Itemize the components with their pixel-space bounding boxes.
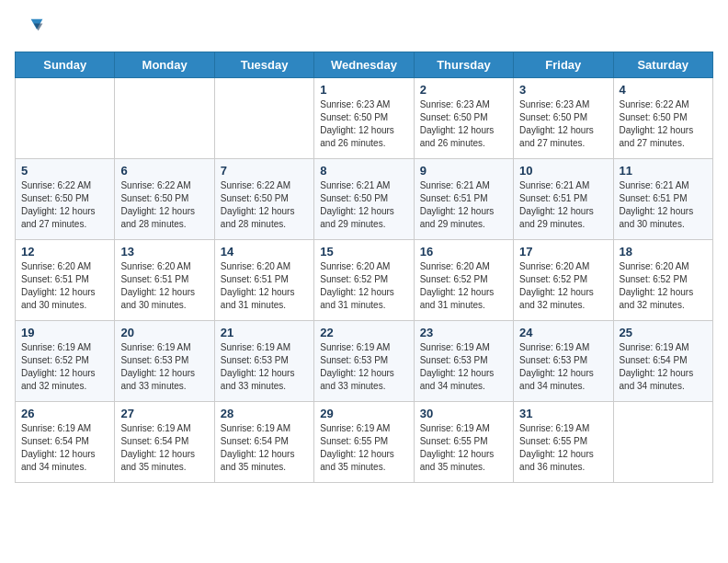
day-number: 9	[420, 164, 507, 178]
calendar-week-3: 12Sunrise: 6:20 AM Sunset: 6:51 PM Dayli…	[16, 240, 713, 321]
day-info: Sunrise: 6:21 AM Sunset: 6:51 PM Dayligh…	[519, 179, 607, 231]
day-info: Sunrise: 6:22 AM Sunset: 6:50 PM Dayligh…	[120, 179, 208, 231]
day-number: 22	[320, 326, 407, 339]
calendar-cell: 19Sunrise: 6:19 AM Sunset: 6:52 PM Dayli…	[16, 321, 115, 402]
day-info: Sunrise: 6:20 AM Sunset: 6:52 PM Dayligh…	[519, 260, 607, 312]
day-info: Sunrise: 6:20 AM Sunset: 6:52 PM Dayligh…	[620, 260, 707, 312]
day-info: Sunrise: 6:20 AM Sunset: 6:52 PM Dayligh…	[320, 260, 407, 312]
day-number: 8	[320, 164, 407, 178]
calendar-cell	[16, 78, 115, 159]
calendar-cell: 29Sunrise: 6:19 AM Sunset: 6:55 PM Dayli…	[314, 402, 414, 483]
calendar-cell: 3Sunrise: 6:23 AM Sunset: 6:50 PM Daylig…	[514, 78, 613, 159]
calendar-cell: 18Sunrise: 6:20 AM Sunset: 6:52 PM Dayli…	[613, 240, 712, 321]
calendar-cell: 23Sunrise: 6:19 AM Sunset: 6:53 PM Dayli…	[414, 321, 513, 402]
calendar-cell: 24Sunrise: 6:19 AM Sunset: 6:53 PM Dayli…	[514, 321, 613, 402]
calendar-cell: 27Sunrise: 6:19 AM Sunset: 6:54 PM Dayli…	[115, 402, 214, 483]
day-info: Sunrise: 6:20 AM Sunset: 6:51 PM Dayligh…	[120, 260, 208, 312]
day-info: Sunrise: 6:19 AM Sunset: 6:53 PM Dayligh…	[519, 341, 607, 393]
calendar-week-5: 26Sunrise: 6:19 AM Sunset: 6:54 PM Dayli…	[16, 402, 713, 483]
day-info: Sunrise: 6:20 AM Sunset: 6:52 PM Dayligh…	[420, 260, 507, 312]
day-info: Sunrise: 6:19 AM Sunset: 6:53 PM Dayligh…	[320, 341, 407, 393]
day-number: 27	[120, 407, 208, 420]
day-number: 11	[620, 164, 707, 178]
weekday-header-wednesday: Wednesday	[314, 52, 414, 78]
day-number: 18	[620, 245, 707, 259]
day-info: Sunrise: 6:20 AM Sunset: 6:51 PM Dayligh…	[221, 260, 308, 312]
day-info: Sunrise: 6:19 AM Sunset: 6:55 PM Dayligh…	[420, 422, 507, 474]
calendar-cell: 25Sunrise: 6:19 AM Sunset: 6:54 PM Dayli…	[613, 321, 712, 402]
weekday-header-tuesday: Tuesday	[214, 52, 313, 78]
day-number: 14	[221, 245, 308, 259]
day-number: 19	[21, 326, 108, 339]
day-info: Sunrise: 6:22 AM Sunset: 6:50 PM Dayligh…	[620, 98, 707, 150]
day-number: 6	[120, 164, 208, 178]
day-info: Sunrise: 6:21 AM Sunset: 6:51 PM Dayligh…	[620, 179, 707, 231]
calendar-cell: 4Sunrise: 6:22 AM Sunset: 6:50 PM Daylig…	[613, 78, 712, 159]
day-info: Sunrise: 6:19 AM Sunset: 6:52 PM Dayligh…	[21, 341, 108, 393]
day-info: Sunrise: 6:20 AM Sunset: 6:51 PM Dayligh…	[21, 260, 108, 312]
day-info: Sunrise: 6:19 AM Sunset: 6:53 PM Dayligh…	[420, 341, 507, 393]
day-number: 5	[21, 164, 108, 178]
weekday-header-sunday: Sunday	[16, 52, 115, 78]
calendar-week-4: 19Sunrise: 6:19 AM Sunset: 6:52 PM Dayli…	[16, 321, 713, 402]
day-info: Sunrise: 6:19 AM Sunset: 6:54 PM Dayligh…	[620, 341, 707, 393]
day-number: 30	[420, 407, 507, 420]
day-number: 21	[221, 326, 308, 339]
day-number: 28	[221, 407, 308, 420]
calendar-cell: 14Sunrise: 6:20 AM Sunset: 6:51 PM Dayli…	[214, 240, 313, 321]
calendar-cell: 12Sunrise: 6:20 AM Sunset: 6:51 PM Dayli…	[16, 240, 115, 321]
calendar-cell	[115, 78, 214, 159]
calendar-cell: 9Sunrise: 6:21 AM Sunset: 6:51 PM Daylig…	[414, 159, 513, 240]
weekday-header-monday: Monday	[115, 52, 214, 78]
calendar-table: SundayMondayTuesdayWednesdayThursdayFrid…	[15, 52, 713, 483]
calendar-week-2: 5Sunrise: 6:22 AM Sunset: 6:50 PM Daylig…	[16, 159, 713, 240]
day-info: Sunrise: 6:22 AM Sunset: 6:50 PM Dayligh…	[21, 179, 108, 231]
calendar-cell	[214, 78, 313, 159]
svg-marker-1	[34, 24, 43, 31]
day-info: Sunrise: 6:23 AM Sunset: 6:50 PM Dayligh…	[420, 98, 507, 150]
day-info: Sunrise: 6:21 AM Sunset: 6:50 PM Dayligh…	[320, 179, 407, 231]
calendar-cell: 5Sunrise: 6:22 AM Sunset: 6:50 PM Daylig…	[16, 159, 115, 240]
day-number: 29	[320, 407, 407, 420]
day-number: 20	[120, 326, 208, 339]
day-number: 31	[519, 407, 607, 420]
day-number: 10	[519, 164, 607, 178]
day-info: Sunrise: 6:19 AM Sunset: 6:54 PM Dayligh…	[120, 422, 208, 474]
weekday-header-saturday: Saturday	[613, 52, 712, 78]
calendar-cell: 8Sunrise: 6:21 AM Sunset: 6:50 PM Daylig…	[314, 159, 414, 240]
logo-icon	[15, 15, 44, 44]
calendar-cell: 28Sunrise: 6:19 AM Sunset: 6:54 PM Dayli…	[214, 402, 313, 483]
calendar-cell: 31Sunrise: 6:19 AM Sunset: 6:55 PM Dayli…	[514, 402, 613, 483]
day-number: 3	[519, 83, 607, 97]
day-number: 12	[21, 245, 108, 259]
page-header	[15, 15, 713, 44]
calendar-cell: 13Sunrise: 6:20 AM Sunset: 6:51 PM Dayli…	[115, 240, 214, 321]
day-number: 17	[519, 245, 607, 259]
day-info: Sunrise: 6:19 AM Sunset: 6:53 PM Dayligh…	[120, 341, 208, 393]
calendar-cell: 16Sunrise: 6:20 AM Sunset: 6:52 PM Dayli…	[414, 240, 513, 321]
day-info: Sunrise: 6:19 AM Sunset: 6:55 PM Dayligh…	[519, 422, 607, 474]
logo	[15, 15, 48, 44]
weekday-header-friday: Friday	[514, 52, 613, 78]
calendar-cell: 21Sunrise: 6:19 AM Sunset: 6:53 PM Dayli…	[214, 321, 313, 402]
weekday-header-thursday: Thursday	[414, 52, 513, 78]
day-number: 7	[221, 164, 308, 178]
day-number: 2	[420, 83, 507, 97]
day-number: 24	[519, 326, 607, 339]
calendar-cell: 7Sunrise: 6:22 AM Sunset: 6:50 PM Daylig…	[214, 159, 313, 240]
calendar-cell: 6Sunrise: 6:22 AM Sunset: 6:50 PM Daylig…	[115, 159, 214, 240]
calendar-cell	[613, 402, 712, 483]
day-info: Sunrise: 6:19 AM Sunset: 6:54 PM Dayligh…	[21, 422, 108, 474]
day-info: Sunrise: 6:19 AM Sunset: 6:53 PM Dayligh…	[221, 341, 308, 393]
weekday-header-row: SundayMondayTuesdayWednesdayThursdayFrid…	[16, 52, 713, 78]
calendar-cell: 17Sunrise: 6:20 AM Sunset: 6:52 PM Dayli…	[514, 240, 613, 321]
day-number: 26	[21, 407, 108, 420]
calendar-cell: 26Sunrise: 6:19 AM Sunset: 6:54 PM Dayli…	[16, 402, 115, 483]
calendar-week-1: 1Sunrise: 6:23 AM Sunset: 6:50 PM Daylig…	[16, 78, 713, 159]
day-info: Sunrise: 6:23 AM Sunset: 6:50 PM Dayligh…	[519, 98, 607, 150]
day-info: Sunrise: 6:22 AM Sunset: 6:50 PM Dayligh…	[221, 179, 308, 231]
calendar-cell: 2Sunrise: 6:23 AM Sunset: 6:50 PM Daylig…	[414, 78, 513, 159]
calendar-cell: 30Sunrise: 6:19 AM Sunset: 6:55 PM Dayli…	[414, 402, 513, 483]
day-number: 4	[620, 83, 707, 97]
day-number: 23	[420, 326, 507, 339]
